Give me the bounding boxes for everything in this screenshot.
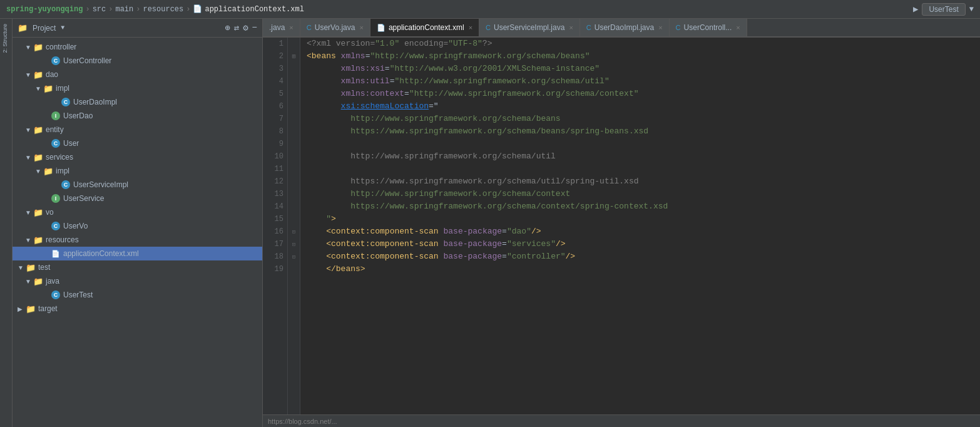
tree-item-userdao[interactable]: I UserDao xyxy=(13,109,262,123)
tree-item-appcontext[interactable]: 📄 applicationContext.xml xyxy=(13,247,262,260)
breadcrumb-main[interactable]: main xyxy=(115,5,133,14)
code-line-1: <?xml version="1.0" encoding="UTF-8"?> xyxy=(307,38,980,50)
tree-item-dao[interactable]: ▼ 📁 dao xyxy=(13,68,262,81)
tab-usercontroller[interactable]: C UserControll... × xyxy=(670,19,747,36)
arrow-target: ▶ xyxy=(18,306,25,312)
code-line-2: <beans xmlns="http://www.springframework… xyxy=(307,50,980,63)
class-icon-usercontroller: C xyxy=(50,56,61,65)
arrow-test: ▼ xyxy=(18,264,25,271)
tree-item-test[interactable]: ▼ 📁 test xyxy=(13,260,262,274)
tree-item-entity[interactable]: ▼ 📁 entity xyxy=(13,123,262,136)
tab-java[interactable]: .java × xyxy=(263,19,300,36)
code-line-18: <context:component-scan base-package="co… xyxy=(307,250,980,263)
gutter-12 xyxy=(288,175,300,188)
line-num-19: 19 xyxy=(263,263,283,275)
tree-item-impl-dao[interactable]: ▼ 📁 impl xyxy=(13,81,262,95)
tab-userdaoimpl-close[interactable]: × xyxy=(658,24,662,31)
code-line-16: <context:component-scan base-package="da… xyxy=(307,225,980,238)
tree-label-target: target xyxy=(38,304,58,313)
gutter-9 xyxy=(288,138,300,150)
line-num-14: 14 xyxy=(263,200,283,213)
breadcrumb-resources[interactable]: resources xyxy=(143,5,183,14)
run-dropdown-icon[interactable]: ▼ xyxy=(969,5,974,14)
collapse-icon[interactable]: ⇄ xyxy=(234,23,239,33)
sidebar-tree: ▼ 📁 controller C UserController ▼ 📁 dao … xyxy=(13,38,262,427)
arrow-vo: ▼ xyxy=(25,209,33,216)
arrow-impl-services: ▼ xyxy=(35,168,43,175)
line-num-17: 17 xyxy=(263,238,283,250)
arrow-entity: ▼ xyxy=(25,126,33,133)
folder-impl-services-icon: 📁 xyxy=(43,167,54,176)
tree-item-usercontroller[interactable]: C UserController xyxy=(13,54,262,68)
tab-userserviceimpl-icon: C xyxy=(486,24,491,31)
tree-item-controller[interactable]: ▼ 📁 controller xyxy=(13,40,262,54)
gutter-19 xyxy=(288,263,300,275)
gutter-14 xyxy=(288,200,300,213)
folder-dao-icon: 📁 xyxy=(33,70,44,80)
tab-userserviceimpl[interactable]: C UserServiceImpl.java × xyxy=(479,19,580,36)
line-num-12: 12 xyxy=(263,175,283,188)
code-editor[interactable]: <?xml version="1.0" encoding="UTF-8"?> <… xyxy=(300,38,980,414)
code-line-17: <context:component-scan base-package="se… xyxy=(307,238,980,250)
tree-item-java2[interactable]: ▼ 📁 java xyxy=(13,274,262,288)
breadcrumb-bar: spring-yuyongqing › src › main › resourc… xyxy=(0,0,980,19)
class-icon-userservice: I xyxy=(50,194,61,203)
editor-content: 1 2 3 4 5 6 7 8 9 10 11 12 13 14 15 16 1… xyxy=(263,38,980,414)
line-num-5: 5 xyxy=(263,88,283,100)
main-layout: 2: Structure 📁 Project ▼ ⊕ ⇄ ⚙ − ▼ 📁 con… xyxy=(0,19,980,427)
folder-services-icon: 📁 xyxy=(33,153,44,162)
tree-item-usertest[interactable]: C UserTest xyxy=(13,288,262,302)
tab-uservo[interactable]: C UserVo.java × xyxy=(300,19,370,36)
gutter-15 xyxy=(288,213,300,225)
line-num-7: 7 xyxy=(263,113,283,125)
tree-item-userservice[interactable]: I UserService xyxy=(13,192,262,205)
minimize-icon[interactable]: − xyxy=(252,23,257,33)
breadcrumb-src[interactable]: src xyxy=(93,5,106,14)
tab-usercontroller-close[interactable]: × xyxy=(736,24,740,31)
gutter-2: ⊞ xyxy=(288,50,300,63)
folder-controller-icon: 📁 xyxy=(33,43,44,52)
tab-userserviceimpl-close[interactable]: × xyxy=(569,24,573,31)
structure-tab[interactable]: 2: Structure xyxy=(0,19,12,58)
gutter: ⊞ ⊡ ⊡ ⊡ xyxy=(288,38,300,414)
settings-icon[interactable]: ⚙ xyxy=(243,23,248,33)
breadcrumb-project[interactable]: spring-yuyongqing xyxy=(6,5,83,14)
tabs-bar: .java × C UserVo.java × 📄 applicationCon… xyxy=(263,19,980,38)
code-line-5: xmlns:context="http://www.springframewor… xyxy=(307,88,980,100)
run-section: ▶ UserTest ▼ xyxy=(913,3,974,16)
tree-label-vo: vo xyxy=(46,208,54,217)
sep2: › xyxy=(108,5,113,14)
tab-userdaoimpl[interactable]: C UserDaoImpl.java × xyxy=(580,19,670,36)
tree-item-services[interactable]: ▼ 📁 services xyxy=(13,150,262,164)
line-numbers: 1 2 3 4 5 6 7 8 9 10 11 12 13 14 15 16 1… xyxy=(263,38,288,414)
tree-item-impl-services[interactable]: ▼ 📁 impl xyxy=(13,164,262,178)
run-button[interactable]: UserTest xyxy=(922,3,965,16)
arrow-java2: ▼ xyxy=(25,278,33,285)
tab-userserviceimpl-label: UserServiceImpl.java xyxy=(494,23,564,32)
tree-item-vo[interactable]: ▼ 📁 vo xyxy=(13,205,262,219)
tab-appctx-close[interactable]: × xyxy=(469,24,472,31)
gutter-1 xyxy=(288,38,300,50)
class-icon-userdao: I xyxy=(50,111,61,120)
locate-icon[interactable]: ⊕ xyxy=(225,23,230,33)
code-line-4: xmlns:util="http://www.springframework.o… xyxy=(307,75,980,88)
arrow-resources: ▼ xyxy=(25,237,33,244)
class-icon-usertest: C xyxy=(50,291,61,299)
editor-area: .java × C UserVo.java × 📄 applicationCon… xyxy=(263,19,980,427)
class-icon-userserviceimpl: C xyxy=(60,180,71,189)
tree-item-userdaoimpl[interactable]: C UserDaoImpl xyxy=(13,95,262,109)
project-dropdown-icon[interactable]: ▼ xyxy=(61,24,64,31)
arrow-dao: ▼ xyxy=(25,71,33,78)
code-line-19: </beans> xyxy=(307,263,980,275)
tab-uservo-icon: C xyxy=(307,24,312,31)
tree-item-uservo[interactable]: C UserVo xyxy=(13,219,262,233)
tab-uservo-close[interactable]: × xyxy=(359,24,363,31)
line-num-9: 9 xyxy=(263,138,283,150)
tree-item-userserviceimpl[interactable]: C UserServiceImpl xyxy=(13,178,262,192)
tree-item-target[interactable]: ▶ 📁 target xyxy=(13,302,262,316)
code-line-14: https://www.springframework.org/schema/c… xyxy=(307,200,980,213)
tree-item-resources[interactable]: ▼ 📁 resources xyxy=(13,233,262,247)
tab-java-close[interactable]: × xyxy=(289,24,293,31)
tab-appctx[interactable]: 📄 applicationContext.xml × xyxy=(370,19,479,36)
tree-item-user[interactable]: C User xyxy=(13,136,262,150)
